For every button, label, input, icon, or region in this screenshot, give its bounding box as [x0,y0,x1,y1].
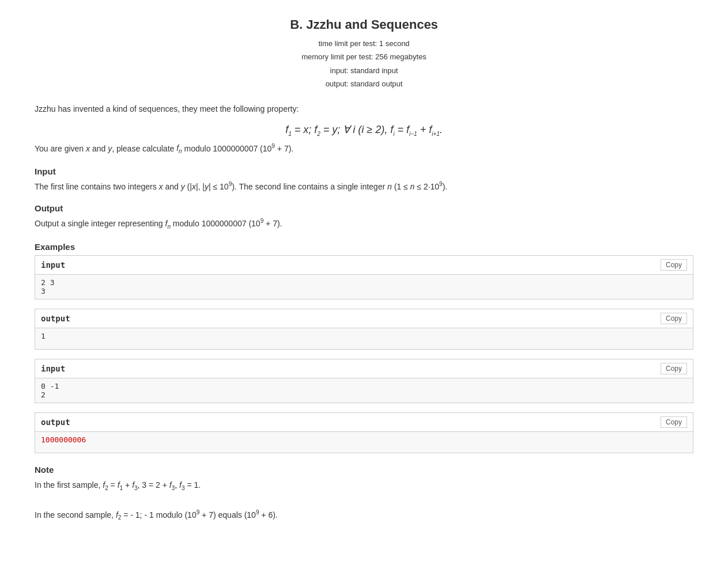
note-line-2: In the second sample, f2 = - 1; - 1 modu… [35,507,693,523]
example-1-input-label: input [41,260,65,270]
copy-button-2-output[interactable]: Copy [661,416,687,428]
example-2-input-content: 0 -1 2 [35,378,693,403]
problem-meta: time limit per test: 1 second memory lim… [35,37,693,91]
examples-title: Examples [35,242,693,252]
formula: f1 = x; f2 = y; ∀ i (i ≥ 2), fi = fi−1 +… [35,123,693,137]
intro-text: Jzzhu has invented a kind of sequences, … [35,104,299,113]
example-1-output-content: 1 [35,328,693,349]
example-1-input-content: 2 3 3 [35,275,693,299]
copy-button-1-input[interactable]: Copy [661,259,687,271]
example-2-input-label: input [41,364,65,373]
copy-button-2-input[interactable]: Copy [661,363,687,374]
page-title: B. Jzzhu and Sequences [35,17,693,32]
note-body: In the first sample, f2 = f1 + f3, 3 = 2… [35,478,693,524]
example-2-output-header: output Copy [35,413,693,432]
example-2-input-block: input Copy 0 -1 2 [35,359,693,403]
input-type: input: standard input [35,64,693,77]
output-section-body: Output a single integer representing fn … [35,217,693,231]
problem-description: Jzzhu has invented a kind of sequences, … [35,103,693,115]
example-2-input-header: input Copy [35,359,693,378]
example-1-input-header: input Copy [35,256,693,275]
modulo-description: You are given x and y, please calculate … [35,142,693,156]
note-title: Note [35,465,693,475]
example-2-output-block: output Copy 1000000006 [35,412,693,453]
example-2-output-label: output [41,418,70,427]
example-1-output-label: output [41,314,70,323]
input-section-body: The first line contains two integers x a… [35,180,693,193]
example-1-output-block: output Copy 1 [35,309,693,350]
example-1-input-block: input Copy 2 3 3 [35,255,693,299]
memory-limit: memory limit per test: 256 megabytes [35,50,693,63]
output-type: output: standard output [35,77,693,90]
output-section-title: Output [35,203,693,213]
input-section-title: Input [35,166,693,176]
example-1-output-header: output Copy [35,309,693,328]
copy-button-1-output[interactable]: Copy [661,313,687,324]
note-line-1: In the first sample, f2 = f1 + f3, 3 = 2… [35,478,693,494]
example-2-output-content: 1000000006 [35,432,693,453]
examples-section: Examples input Copy 2 3 3 output Copy 1 … [35,242,693,453]
time-limit: time limit per test: 1 second [35,37,693,50]
note-section: Note In the first sample, f2 = f1 + f3, … [35,465,693,524]
